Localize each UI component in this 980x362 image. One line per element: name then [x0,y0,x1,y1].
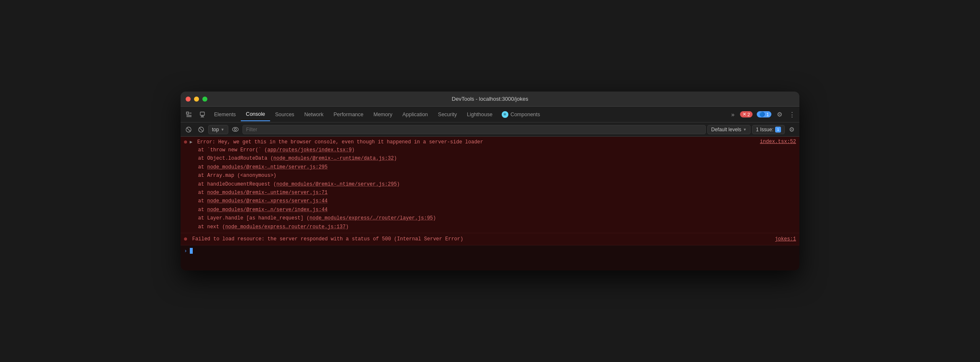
stack-link-5[interactable]: node_modules/@remix-…untime/server.js:71 [207,190,327,196]
error-icon-2: ⊗ [184,236,187,242]
settings-icon[interactable]: ⚙ [774,111,785,118]
tab-components[interactable]: ⚛ Components [498,108,544,121]
svg-line-10 [199,127,203,131]
stack-link-8[interactable]: node_modules/express/…/router/layer.js:9… [309,215,433,221]
prompt-cursor [190,248,193,254]
tab-performance[interactable]: Performance [329,108,369,121]
window-title: DevTools - localhost:3000/jokes [452,96,528,102]
error-badge: ✕ 2 [740,111,753,117]
issues-count-badge: 1 [775,127,781,133]
inspect-icon[interactable] [182,108,196,121]
block-icon[interactable] [196,124,207,135]
svg-rect-5 [202,116,203,117]
context-selector[interactable]: top ▼ [208,125,228,134]
stack-link-1[interactable]: app/routes/jokes/index.tsx:9 [267,147,352,153]
minimize-button[interactable] [194,97,199,102]
console-prompt-row: › [181,245,799,257]
tab-application[interactable]: Application [397,108,433,121]
stack-link-6[interactable]: node_modules/@remix-…xpress/server.js:44 [207,198,327,204]
svg-point-12 [234,128,236,130]
stack-link-3[interactable]: node_modules/@remix-…ntime/server.js:295 [207,164,327,170]
error-icon-1: ⊗ [184,139,187,145]
console-toolbar: top ▼ Default levels ▼ 1 Issue: 1 ⚙ [181,122,799,137]
tab-lighthouse[interactable]: Lighthouse [462,108,498,121]
error-file-link-2[interactable]: jokes:1 [775,236,796,242]
error-stack-1: at `throw new Error(` (app/routes/jokes/… [190,146,796,231]
issues-badge: 1 Issue: 1 [752,125,785,134]
error-row-1: ⊗ ▶ Error: Hey, we get this in the brows… [181,137,799,233]
close-button[interactable] [186,97,191,102]
filter-input[interactable] [242,125,706,134]
stack-link-7[interactable]: node_modules/@remix-…n/serve/index.js:44 [207,207,327,213]
tabs-bar: Elements Console Sources Network Perform… [181,107,799,122]
expand-arrow-icon[interactable]: ▶ [190,140,193,145]
error-x-icon: ✕ [743,112,746,117]
svg-point-11 [232,127,238,132]
error-row-2: ⊗ Failed to load resource: the server re… [181,233,799,245]
console-content: ⊗ ▶ Error: Hey, we get this in the brows… [181,137,799,270]
title-bar: DevTools - localhost:3000/jokes [181,92,799,107]
tabs-right: » ✕ 2 🔵 1 ⚙ ⋮ [729,111,798,118]
error-file-link-1[interactable]: index.tsx:52 [760,138,796,145]
stack-link-2[interactable]: node_modules/@remix-…-runtime/data.js:32 [273,156,394,161]
tab-network[interactable]: Network [299,108,329,121]
devtools-window: DevTools - localhost:3000/jokes Elements… [181,92,799,270]
traffic-lights [186,97,207,102]
filter-wrap [242,125,706,134]
clear-console-button[interactable] [183,124,194,135]
svg-rect-0 [186,112,189,114]
tab-elements[interactable]: Elements [209,108,241,121]
tab-sources[interactable]: Sources [270,108,299,121]
tab-console[interactable]: Console [241,108,270,121]
error-text-2: Failed to load resource: the server resp… [192,235,766,243]
maximize-button[interactable] [202,97,207,102]
prompt-symbol: › [184,248,187,254]
error-row-top-1: ▶ Error: Hey, we get this in the browser… [190,138,796,146]
stack-link-9[interactable]: node_modules/express…router/route.js:137 [225,224,346,230]
react-icon: ⚛ [502,111,508,118]
info-icon: 🔵 [759,112,765,117]
eye-icon[interactable] [230,124,241,135]
more-options-icon[interactable]: ⋮ [786,111,798,118]
device-icon[interactable] [196,108,209,121]
error-text-main: ▶ Error: Hey, we get this in the browser… [190,138,753,146]
info-badge: 🔵 1 [757,111,771,117]
tab-memory[interactable]: Memory [368,108,397,121]
error-content-1: ▶ Error: Hey, we get this in the browser… [190,138,796,231]
svg-rect-4 [200,112,204,115]
levels-arrow-icon: ▼ [743,127,747,132]
svg-line-8 [187,128,190,131]
dropdown-arrow-icon: ▼ [221,127,225,132]
console-settings-icon[interactable]: ⚙ [786,126,797,133]
tab-security[interactable]: Security [433,108,462,121]
stack-link-4[interactable]: node_modules/@remix-…ntime/server.js:295 [276,181,397,187]
default-levels-button[interactable]: Default levels ▼ [707,125,750,134]
more-tabs-button[interactable]: » [729,111,737,118]
